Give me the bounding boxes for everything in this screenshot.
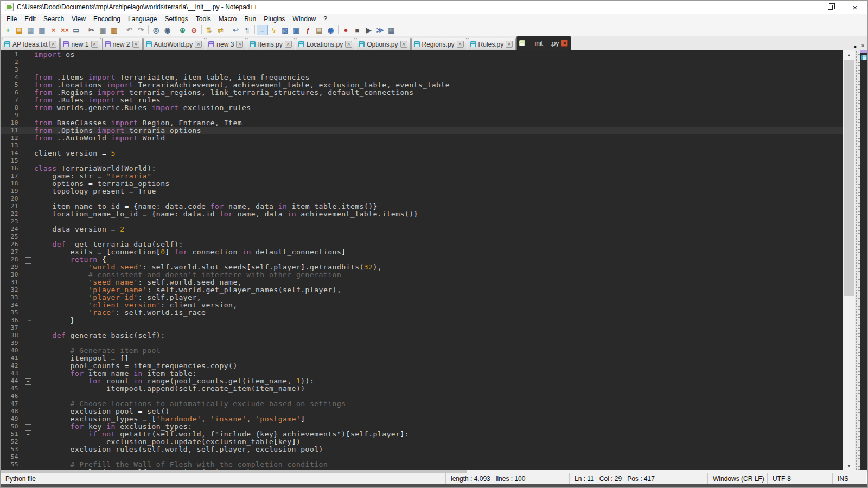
line-number[interactable]: 28 [1,256,22,264]
new-file-button[interactable]: + [2,25,14,35]
tab-close-icon[interactable]: × [91,41,98,48]
line-number[interactable]: 20 [1,195,22,203]
line-number[interactable]: 12 [1,134,22,142]
line-number[interactable]: 17 [1,172,22,180]
undo-button[interactable]: ↶ [124,25,135,35]
tab-rules-py[interactable]: Rules.py× [468,38,516,50]
menu-tools[interactable]: Tools [192,15,215,23]
horizontal-scrollbar-thumb[interactable] [1,470,467,473]
line-number[interactable]: 16 [1,165,22,172]
line-number[interactable]: 37 [1,324,22,332]
tab-close-icon[interactable]: × [561,40,568,47]
macro-record-button[interactable]: ● [340,25,352,35]
tab-close-icon[interactable]: × [506,41,513,48]
tab-close-icon[interactable]: × [400,41,407,48]
redo-button[interactable]: ↷ [135,25,146,35]
menu-file[interactable]: File [3,15,21,23]
line-number[interactable]: 40 [1,347,22,355]
fold-marker[interactable] [22,377,34,385]
sync-vertical-button[interactable]: ⇅ [203,25,215,35]
code-line[interactable]: 22 location_name_to_id = {name: data.id … [1,210,843,218]
line-number[interactable]: 33 [1,294,22,301]
document-map-button[interactable]: ▧ [279,25,291,35]
code-line[interactable]: 3 [1,66,843,74]
show-all-characters-button[interactable]: ¶ [241,25,253,35]
line-number[interactable]: 55 [1,461,22,468]
pane-splitter[interactable] [855,50,860,470]
macro-save-button[interactable]: ▦ [386,25,397,35]
line-number[interactable]: 35 [1,309,22,317]
code-line[interactable]: 17 game: str = "Terraria" [1,172,843,180]
line-number[interactable]: 29 [1,264,22,271]
fold-marker[interactable] [22,423,34,431]
code-line[interactable]: 18 options = terraria_options [1,180,843,188]
code-line[interactable]: 19 topology_present = True [1,188,843,195]
menu-search[interactable]: Search [40,15,68,23]
code-line[interactable]: 53 exclusion_rules(self.world, self.play… [1,446,843,453]
code-line[interactable]: 26 def _get_terraria_data(self): [1,241,843,248]
tab-close-icon[interactable]: × [345,41,352,48]
fold-marker[interactable] [22,332,34,339]
line-number[interactable]: 21 [1,203,22,210]
zoom-out-button[interactable]: ⊖ [188,25,200,35]
code-line[interactable]: 39 [1,339,843,347]
line-number[interactable]: 51 [1,431,22,438]
code-line[interactable]: 35 'race': self.world.is_race [1,309,843,317]
code-line[interactable]: 43 for item_name in item_table: [1,370,843,377]
line-number[interactable]: 5 [1,81,22,89]
line-number[interactable]: 18 [1,180,22,188]
code-line[interactable]: 15 [1,157,843,165]
code-line[interactable]: 23 [1,218,843,226]
code-line[interactable]: 28 return { [1,256,843,264]
tab-ap-ideas-txt[interactable]: AP Ideas.txt× [2,38,60,50]
line-number[interactable]: 3 [1,66,22,74]
code-line[interactable]: 21 item_name_to_id = {name: data.code fo… [1,203,843,210]
code-line[interactable]: 47 # Choose locations to automatically e… [1,400,843,408]
zoom-in-button[interactable]: ⊕ [177,25,188,35]
code-line[interactable]: 1import os [1,51,843,59]
tab-close-icon[interactable]: × [236,41,243,48]
code-line[interactable]: 32 'player_name': self.world.get_player_… [1,286,843,294]
code-line[interactable]: 20 [1,195,843,203]
save-all-button[interactable]: ▩ [36,25,48,35]
menu-settings[interactable]: Settings [161,15,192,23]
horizontal-scrollbar[interactable] [1,470,867,473]
line-number[interactable]: 46 [1,393,22,400]
minimize-button[interactable]: – [793,1,818,14]
line-number[interactable]: 11 [1,127,22,134]
code-line[interactable]: 38 def generate_basic(self): [1,332,843,339]
tab-items-py[interactable]: Items.py× [247,38,295,50]
document-list-button[interactable]: ▣ [291,25,302,35]
fold-marker[interactable] [22,370,34,377]
line-number[interactable]: 31 [1,279,22,286]
code-line[interactable]: 16class TerrariaWorld(World): [1,165,843,172]
menu-run[interactable]: Run [240,15,260,23]
code-line[interactable]: 44 for count in range(pool_counts.get(it… [1,377,843,385]
menu-encoding[interactable]: Encoding [90,15,124,23]
line-number[interactable]: 30 [1,271,22,279]
line-number[interactable]: 48 [1,408,22,415]
restore-button[interactable] [818,1,843,14]
menu-plugins[interactable]: Plugins [260,15,289,23]
indent-guide-button[interactable]: ≡ [257,25,268,35]
replace-button[interactable]: ◉ [162,25,173,35]
code-line[interactable]: 25 [1,233,843,241]
find-button[interactable]: ◎ [150,25,162,35]
line-number[interactable]: 10 [1,119,22,127]
menu-macro[interactable]: Macro [215,15,240,23]
tab-new-1[interactable]: new 1× [60,38,101,50]
open-file-button[interactable]: ▤ [14,25,25,35]
code-line[interactable]: 2 [1,59,843,66]
vertical-scrollbar-thumb[interactable] [844,60,854,296]
function-completion-button[interactable]: ϟ [268,25,279,35]
word-wrap-button[interactable]: ↩ [230,25,241,35]
scroll-down-arrow-icon[interactable]: ▼ [843,461,855,470]
code-line[interactable]: 29 'world_seed': self.world.slot_seeds[s… [1,264,843,271]
code-line[interactable]: 13 [1,142,843,150]
monitoring-button[interactable]: ◉ [325,25,336,35]
close-button[interactable]: × [843,1,867,14]
line-number[interactable]: 13 [1,142,22,150]
print-button[interactable]: ▭ [71,25,82,35]
tab-bar-close-button[interactable]: × [859,43,866,50]
fold-marker[interactable] [22,165,34,172]
